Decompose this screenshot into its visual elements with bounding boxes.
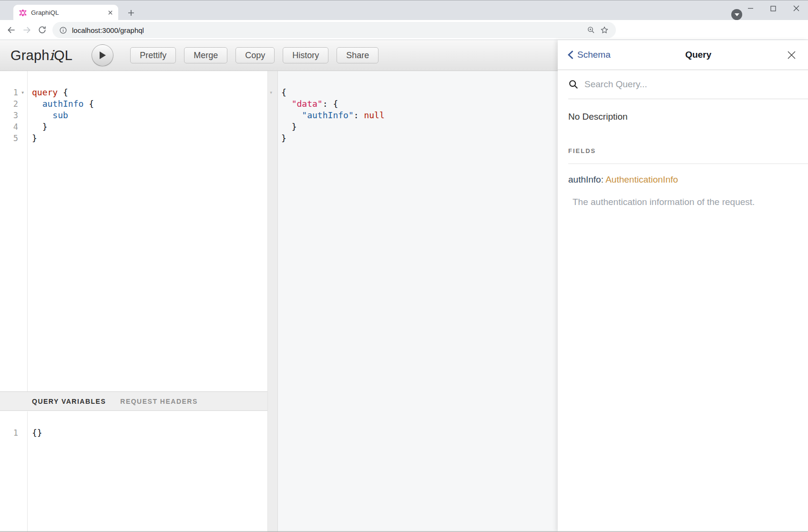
tab-request-headers[interactable]: REQUEST HEADERS bbox=[120, 398, 198, 405]
code-line[interactable]: } bbox=[278, 133, 385, 144]
field-description: The authentication information of the re… bbox=[568, 197, 808, 207]
tab-close-icon[interactable] bbox=[106, 9, 114, 17]
fold-icon[interactable]: ▾ bbox=[18, 87, 27, 98]
type-name-link[interactable]: AuthenticationInfo bbox=[605, 174, 678, 184]
variables-editor-lines[interactable]: 1{} bbox=[0, 427, 267, 439]
variables-editor[interactable]: 1{} bbox=[0, 411, 267, 532]
query-editor[interactable]: 1▾query {2 authInfo {3 sub4 }5} bbox=[0, 71, 267, 391]
field-name-link[interactable]: authInfo bbox=[568, 174, 601, 184]
variables-title-bar: QUERY VARIABLES REQUEST HEADERS bbox=[0, 391, 267, 411]
code-text: } bbox=[281, 133, 286, 144]
graphiql-logo: GraphiQL bbox=[10, 47, 72, 63]
tab-query-variables[interactable]: QUERY VARIABLES bbox=[32, 398, 106, 405]
code-line[interactable]: "data": { bbox=[278, 98, 385, 110]
line-number: 1 bbox=[0, 427, 18, 439]
result-viewer-lines: { "data": { "authInfo": null }} bbox=[278, 87, 385, 144]
type-description: No Description bbox=[568, 112, 808, 122]
new-tab-button[interactable] bbox=[125, 7, 137, 19]
doc-back-link[interactable]: Schema bbox=[567, 50, 611, 60]
code-line[interactable]: 5} bbox=[0, 133, 267, 144]
address-bar[interactable]: localhost:3000/graphql bbox=[52, 22, 616, 38]
line-number: 2 bbox=[0, 98, 18, 110]
query-editor-lines[interactable]: 1▾query {2 authInfo {3 sub4 }5} bbox=[0, 87, 267, 144]
graphiql-app: GraphiQL Prettify Merge Copy History Sha… bbox=[0, 40, 808, 532]
code-line[interactable]: 4 } bbox=[0, 121, 267, 133]
fields-heading: FIELDS bbox=[568, 147, 808, 154]
code-text: query { bbox=[32, 87, 68, 98]
execute-query-button[interactable] bbox=[92, 44, 113, 66]
graphiql-topbar: GraphiQL Prettify Merge Copy History Sha… bbox=[0, 40, 558, 71]
doc-explorer-body: No Description FIELDS authInfo: Authenti… bbox=[568, 99, 808, 207]
forward-button[interactable] bbox=[19, 22, 34, 38]
tab-title: GraphiQL bbox=[31, 9, 106, 16]
field-row: authInfo: AuthenticationInfo bbox=[568, 174, 808, 185]
zoom-icon[interactable] bbox=[584, 23, 598, 37]
bookmark-star-icon[interactable] bbox=[598, 23, 611, 37]
code-text: "authInfo": null bbox=[281, 110, 385, 121]
prettify-button[interactable]: Prettify bbox=[130, 47, 176, 63]
window-maximize-button[interactable] bbox=[762, 2, 784, 15]
result-viewer: { "data": { "authInfo": null }} bbox=[278, 71, 558, 532]
chevron-left-icon bbox=[567, 50, 574, 60]
code-line[interactable]: } bbox=[278, 121, 385, 133]
doc-search-row bbox=[568, 70, 808, 99]
play-icon bbox=[99, 51, 106, 60]
code-text: } bbox=[32, 121, 48, 133]
reload-button[interactable] bbox=[34, 22, 50, 38]
history-button[interactable]: History bbox=[283, 47, 328, 63]
fold-icon bbox=[18, 121, 27, 133]
pane-divider[interactable] bbox=[267, 71, 278, 532]
browser-tab-strip: GraphiQL bbox=[0, 0, 808, 20]
doc-explorer: Schema Query No Description FIELDS authI… bbox=[558, 40, 808, 532]
share-button[interactable]: Share bbox=[337, 47, 378, 63]
fold-icon bbox=[18, 110, 27, 121]
line-number: 3 bbox=[0, 110, 18, 121]
code-line[interactable]: 3 sub bbox=[0, 110, 267, 121]
code-line[interactable]: { bbox=[278, 87, 385, 98]
line-number: 4 bbox=[0, 121, 18, 133]
fold-icon bbox=[18, 98, 27, 110]
code-text: authInfo { bbox=[32, 98, 94, 110]
code-text: { bbox=[281, 87, 286, 98]
browser-toolbar: localhost:3000/graphql P Tp L Aktualisie… bbox=[0, 20, 808, 40]
code-line[interactable]: "authInfo": null bbox=[278, 110, 385, 121]
merge-button[interactable]: Merge bbox=[184, 47, 227, 63]
copy-button[interactable]: Copy bbox=[235, 47, 275, 63]
browser-tab[interactable]: GraphiQL bbox=[13, 5, 118, 20]
window-close-button[interactable] bbox=[786, 2, 807, 15]
fold-icon bbox=[18, 133, 27, 144]
doc-explorer-title: Query bbox=[611, 50, 786, 60]
code-line[interactable]: 2 authInfo { bbox=[0, 98, 267, 110]
back-button[interactable] bbox=[4, 22, 19, 38]
doc-close-icon[interactable] bbox=[786, 50, 797, 60]
search-icon bbox=[568, 79, 579, 90]
code-line[interactable]: 1▾query { bbox=[0, 87, 267, 98]
fields-divider bbox=[568, 164, 808, 164]
doc-search-input[interactable] bbox=[584, 79, 775, 90]
code-text: } bbox=[32, 133, 37, 144]
code-line[interactable]: 1{} bbox=[0, 427, 267, 439]
window-minimize-button[interactable] bbox=[740, 2, 761, 15]
doc-explorer-header: Schema Query bbox=[558, 40, 808, 70]
code-text: {} bbox=[32, 427, 42, 439]
code-text: "data": { bbox=[281, 98, 338, 110]
code-text: } bbox=[281, 121, 297, 133]
code-text: sub bbox=[32, 110, 68, 121]
fold-icon bbox=[18, 427, 27, 439]
result-fold-icon[interactable]: ▾ bbox=[269, 90, 273, 95]
site-info-icon[interactable] bbox=[59, 26, 67, 34]
line-number: 5 bbox=[0, 133, 18, 144]
url-text[interactable]: localhost:3000/graphql bbox=[72, 26, 584, 34]
line-number: 1 bbox=[0, 87, 18, 98]
graphql-favicon-icon bbox=[19, 9, 27, 17]
